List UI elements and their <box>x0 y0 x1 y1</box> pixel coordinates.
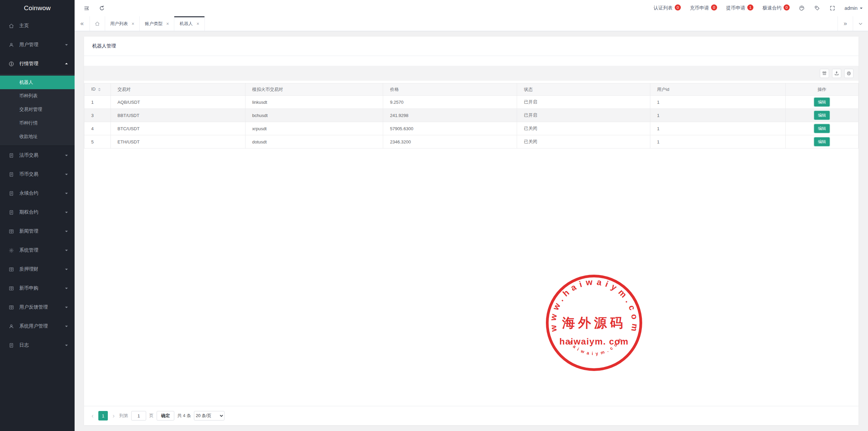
tabs-scroll-left-icon[interactable]: « <box>75 16 90 31</box>
tab-robot[interactable]: 机器人 × <box>174 16 204 31</box>
sidebar-item-label: 系统管理 <box>19 247 38 253</box>
caret-down-icon <box>65 44 68 47</box>
sidebar-item-staking-finance[interactable]: 质押理财 <box>0 260 75 279</box>
robots-table: ID交易对模拟火币交易对价格状态用户id操作 1 AQB/USDT linkus… <box>84 83 859 149</box>
sidebar-item-label: 用户反馈管理 <box>19 304 48 310</box>
sidebar-item-label: 行情管理 <box>19 61 38 67</box>
page-unit-label: 页 <box>149 413 154 419</box>
goto-label: 到第 <box>119 413 128 419</box>
status-cell: 已开启 <box>517 109 650 122</box>
tab-label: 机器人 <box>179 21 193 27</box>
sidebar-item-fiat-trading[interactable]: 法币交易 <box>0 146 75 165</box>
sidebar-subitem-coin-market[interactable]: 币种行情 <box>0 116 75 130</box>
tab-home[interactable] <box>90 16 105 31</box>
tag-icon[interactable] <box>814 5 820 11</box>
sidebar-item-perpetual-contract[interactable]: 永续合约 <box>0 184 75 203</box>
sidebar-item-home[interactable]: 主页 <box>0 16 75 35</box>
tab-label: 账户类型 <box>145 21 162 27</box>
caret-down-icon <box>65 155 68 158</box>
sidebar-item-system-user-management[interactable]: 系统用户管理 <box>0 317 75 336</box>
column-header: 操作 <box>786 83 859 96</box>
news-icon <box>8 286 14 291</box>
total-count-label: 共 4 条 <box>177 413 191 419</box>
topbar-menu: 认证列表 0 充币申请 0 提币申请 1 极速合约 0 <box>654 5 790 11</box>
topbar-item-auth-list[interactable]: 认证列表 0 <box>654 5 681 11</box>
caret-down-icon <box>65 288 68 291</box>
theme-palette-icon[interactable] <box>799 5 805 11</box>
tab-user-list[interactable]: 用户列表 × <box>105 16 140 31</box>
topbar-item-withdraw-request[interactable]: 提币申请 1 <box>726 5 753 11</box>
sidebar-nav: 主页 用户管理 行情管理 机器人币种列表交易对管理币种行情收款地址 法币交易 币… <box>0 16 75 355</box>
sidebar-item-news-management[interactable]: 新闻管理 <box>0 222 75 241</box>
sidebar-item-option-contract[interactable]: 期权合约 <box>0 203 75 222</box>
fullscreen-icon[interactable] <box>829 5 835 11</box>
doc-icon <box>8 153 14 158</box>
sidebar-toggle-icon[interactable] <box>83 5 90 12</box>
user-menu[interactable]: admin <box>845 5 863 11</box>
tab-close-icon[interactable]: × <box>196 21 199 26</box>
table-header-row: ID交易对模拟火币交易对价格状态用户id操作 <box>84 83 859 96</box>
goto-confirm-button[interactable]: 确定 <box>157 411 174 420</box>
table-container: ID交易对模拟火币交易对价格状态用户id操作 1 AQB/USDT linkus… <box>84 83 859 406</box>
edit-button[interactable]: 编辑 <box>814 137 830 146</box>
users-icon <box>8 324 14 329</box>
current-page-button[interactable]: 1 <box>98 411 108 420</box>
sidebar-item-system-management[interactable]: 系统管理 <box>0 241 75 260</box>
caret-down-icon <box>65 269 68 272</box>
sidebar-subitem-robot[interactable]: 机器人 <box>0 76 75 89</box>
edit-button[interactable]: 编辑 <box>814 111 830 120</box>
tab-close-icon[interactable]: × <box>166 21 169 26</box>
doc-icon <box>8 191 14 196</box>
table-row: 3 BBT/USDT bchusdt 241.9298 已开启 1 编辑 <box>84 109 859 122</box>
sidebar-item-coin-trading[interactable]: 币币交易 <box>0 165 75 184</box>
next-page-icon[interactable]: › <box>111 413 116 419</box>
sidebar-item-label: 用户管理 <box>19 42 38 48</box>
topbar-item-deposit-request[interactable]: 充币申请 0 <box>690 5 717 11</box>
gear-icon <box>8 248 14 253</box>
column-header: 价格 <box>383 83 517 96</box>
caret-down-icon <box>65 212 68 215</box>
caret-down-icon <box>65 193 68 196</box>
print-button[interactable] <box>844 69 853 78</box>
tab-account-type[interactable]: 账户类型 × <box>140 16 174 31</box>
sidebar-item-new-coin-subscription[interactable]: 新币申购 <box>0 279 75 298</box>
toggle-columns-button[interactable] <box>820 69 829 78</box>
tabbar: « 用户列表 × 账户类型 × 机器人 × » <box>75 16 868 31</box>
topbar-right: 认证列表 0 充币申请 0 提币申请 1 极速合约 0 admin <box>654 5 863 11</box>
refresh-icon[interactable] <box>99 5 105 12</box>
sidebar-item-user-management[interactable]: 用户管理 <box>0 35 75 54</box>
brand-logo: Coinwow <box>0 0 75 16</box>
tabs-menu-icon[interactable] <box>853 16 868 31</box>
home-icon <box>95 21 100 26</box>
sidebar-item-logs[interactable]: 日志 <box>0 336 75 355</box>
tabs-scroll-right-icon[interactable]: » <box>837 16 853 31</box>
sidebar-item-market-management[interactable]: 行情管理 <box>0 54 75 73</box>
topbar-item-label: 提币申请 <box>726 5 745 11</box>
sidebar-item-user-feedback-management[interactable]: 用户反馈管理 <box>0 298 75 317</box>
topbar-item-label: 认证列表 <box>654 5 673 11</box>
page-size-select[interactable]: 20 条/页 <box>194 411 224 420</box>
users-icon <box>8 42 14 48</box>
sidebar-item-label: 新币申购 <box>19 285 38 291</box>
sidebar-subitem-coin-list[interactable]: 币种列表 <box>0 89 75 103</box>
topbar: 认证列表 0 充币申请 0 提币申请 1 极速合约 0 admin <box>75 0 868 16</box>
status-cell: 已开启 <box>517 96 650 109</box>
export-button[interactable] <box>832 69 841 78</box>
sidebar-item-label: 新闻管理 <box>19 228 38 234</box>
edit-button[interactable]: 编辑 <box>814 124 830 133</box>
caret-down-icon <box>65 307 68 310</box>
sidebar-item-label: 永续合约 <box>19 190 38 196</box>
tab-close-icon[interactable]: × <box>132 21 134 26</box>
prev-page-icon[interactable]: ‹ <box>90 413 95 419</box>
goto-page-input[interactable] <box>131 411 146 420</box>
notification-badge: 0 <box>784 4 790 11</box>
sidebar-subitem-trading-pair-management[interactable]: 交易对管理 <box>0 103 75 116</box>
topbar-item-fast-contract[interactable]: 极速合约 0 <box>763 5 790 11</box>
sidebar-subitem-payment-address[interactable]: 收款地址 <box>0 130 75 143</box>
main-area: 认证列表 0 充币申请 0 提币申请 1 极速合约 0 admin <box>75 0 868 431</box>
edit-button[interactable]: 编辑 <box>814 98 830 106</box>
content: 机器人管理 ID交易对模拟火币交易对价格状态用户id操作 <box>75 31 868 431</box>
topbar-item-label: 极速合约 <box>763 5 782 11</box>
table-row: 4 BTC/USDT xrpusdt 57905.6300 已关闭 1 编辑 <box>84 122 859 135</box>
column-header-id[interactable]: ID <box>84 83 111 96</box>
